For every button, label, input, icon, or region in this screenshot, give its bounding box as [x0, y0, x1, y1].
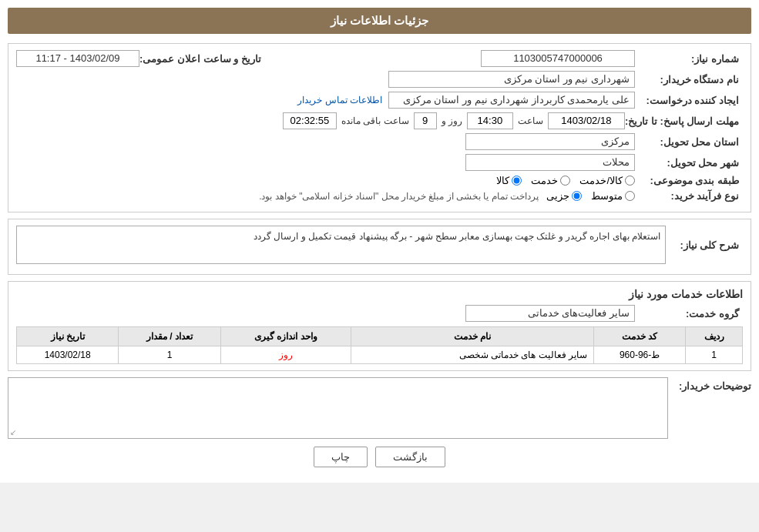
process-type-label: نوع فرآیند خرید:: [635, 190, 743, 202]
requester-value: علی یارمحمدی کاربرداز شهرداری نیم ور است…: [388, 92, 635, 109]
delivery-province-label: استان محل تحویل:: [635, 136, 743, 148]
category-label: طبقه بندی موضوعی:: [635, 175, 743, 186]
buyer-org-value: شهرداری نیم ور استان مرکزی: [388, 71, 635, 88]
services-group-value: سایر فعالیت‌های خدماتی: [465, 305, 635, 322]
buyer-org-label: نام دستگاه خریدار:: [635, 74, 743, 85]
process-motavasset-option[interactable]: متوسط: [591, 190, 635, 202]
process-type-row: نوع فرآیند خرید: متوسط جزیی پرداخت تمام …: [16, 190, 743, 202]
description-value: استعلام بهای اجاره گریدر و غلتک جهت بهسا…: [16, 226, 666, 264]
response-time-label-text: ساعت: [518, 115, 543, 126]
delivery-city-value: محلات: [465, 154, 635, 171]
print-button[interactable]: چاپ: [314, 447, 368, 467]
cell-code: ط-96-960: [593, 346, 685, 364]
response-days-value: 9: [414, 112, 437, 129]
main-info-section: شماره نیاز: 1103005747000006 تاریخ و ساع…: [8, 43, 751, 212]
buyer-notes-box: ↙: [8, 377, 668, 439]
requester-label: ایجاد کننده درخواست:: [635, 95, 743, 106]
col-name: نام خدمت: [351, 327, 594, 346]
buyer-notes-section: توضیحات خریدار: ↙: [8, 377, 751, 439]
need-number-label: شماره نیاز:: [635, 53, 743, 65]
category-row: طبقه بندی موضوعی: کالا/خدمت خدمت کالا: [16, 175, 743, 186]
col-quantity: تعداد / مقدار: [119, 327, 220, 346]
response-deadline-row: مهلت ارسال پاسخ: تا تاریخ: 1403/02/18 سا…: [16, 112, 743, 129]
services-section: اطلاعات خدمات مورد نیاز گروه خدمت: سایر …: [8, 281, 751, 371]
response-deadline-label: مهلت ارسال پاسخ: تا تاریخ:: [625, 115, 743, 127]
col-row-num: ردیف: [686, 327, 743, 346]
category-kala-label: کالا: [496, 175, 509, 186]
cell-date: 1403/02/18: [17, 346, 119, 364]
category-kala-radio[interactable]: [512, 176, 522, 186]
buyer-org-row: نام دستگاه خریدار: شهرداری نیم ور استان …: [16, 71, 743, 88]
delivery-province-value: مرکزی: [465, 133, 635, 150]
cell-quantity: 1: [119, 346, 220, 364]
services-section-title: اطلاعات خدمات مورد نیاز: [16, 288, 743, 300]
cell-unit: روز: [220, 346, 351, 364]
process-note: پرداخت تمام یا بخشی از مبلغ خریدار محل "…: [259, 191, 539, 202]
contact-link[interactable]: اطلاعات تماس خریدار: [297, 95, 382, 105]
page-header: جزئیات اطلاعات نیاز: [8, 8, 751, 34]
col-code: کد خدمت: [593, 327, 685, 346]
process-motavasset-label: متوسط: [591, 190, 623, 202]
cell-row-num: 1: [686, 346, 743, 364]
col-unit: واحد اندازه گیری: [220, 327, 351, 346]
buyer-notes-label: توضیحات خریدار:: [674, 377, 751, 392]
category-khedmat-label: خدمت: [531, 175, 558, 186]
need-number-value: 1103005747000006: [481, 50, 635, 67]
category-khedmat-option[interactable]: خدمت: [531, 175, 570, 186]
buttons-row: بازگشت چاپ: [8, 447, 751, 467]
response-date-value: 1403/02/18: [548, 112, 625, 129]
process-jozyi-label: جزیی: [546, 190, 569, 202]
response-time-value: 14:30: [467, 112, 513, 129]
services-table: ردیف کد خدمت نام خدمت واحد اندازه گیری ت…: [16, 326, 743, 364]
process-jozyi-radio[interactable]: [572, 191, 582, 201]
description-label: شرح کلی نیاز:: [666, 239, 743, 251]
delivery-city-row: شهر محل تحویل: محلات: [16, 154, 743, 171]
announce-date-label: تاریخ و ساعت اعلان عمومی:: [139, 53, 265, 65]
delivery-province-row: استان محل تحویل: مرکزی: [16, 133, 743, 150]
table-row: 1 ط-96-960 سایر فعالیت های خدماتی شخصی ر…: [17, 346, 743, 364]
resize-indicator: ↙: [10, 428, 16, 437]
category-kala-khedmat-option[interactable]: کالا/خدمت: [579, 175, 635, 186]
requester-row: ایجاد کننده درخواست: علی یارمحمدی کاربرد…: [16, 92, 743, 109]
response-remaining-value: 02:32:55: [283, 112, 337, 129]
response-remaining-label-text: ساعت باقی مانده: [341, 115, 409, 126]
cell-name: سایر فعالیت های خدماتی شخصی: [351, 346, 594, 364]
services-group-row: گروه خدمت: سایر فعالیت‌های خدماتی: [16, 305, 743, 322]
need-number-row: شماره نیاز: 1103005747000006 تاریخ و ساع…: [16, 50, 743, 67]
process-motavasset-radio[interactable]: [625, 191, 635, 201]
col-date: تاریخ نیاز: [17, 327, 119, 346]
services-group-label: گروه خدمت:: [635, 308, 743, 320]
description-row: شرح کلی نیاز: استعلام بهای اجاره گریدر و…: [16, 226, 743, 264]
process-jozyi-option[interactable]: جزیی: [546, 190, 582, 202]
category-khedmat-radio[interactable]: [560, 176, 570, 186]
category-kala-khedmat-radio[interactable]: [625, 176, 635, 186]
back-button[interactable]: بازگشت: [375, 447, 445, 467]
announce-date-value: 1403/02/09 - 11:17: [16, 50, 139, 67]
category-kala-option[interactable]: کالا: [496, 175, 522, 186]
response-days-label-text: روز و: [442, 115, 462, 126]
description-section: شرح کلی نیاز: استعلام بهای اجاره گریدر و…: [8, 219, 751, 275]
category-kala-khedmat-label: کالا/خدمت: [579, 175, 623, 186]
delivery-city-label: شهر محل تحویل:: [635, 157, 743, 169]
